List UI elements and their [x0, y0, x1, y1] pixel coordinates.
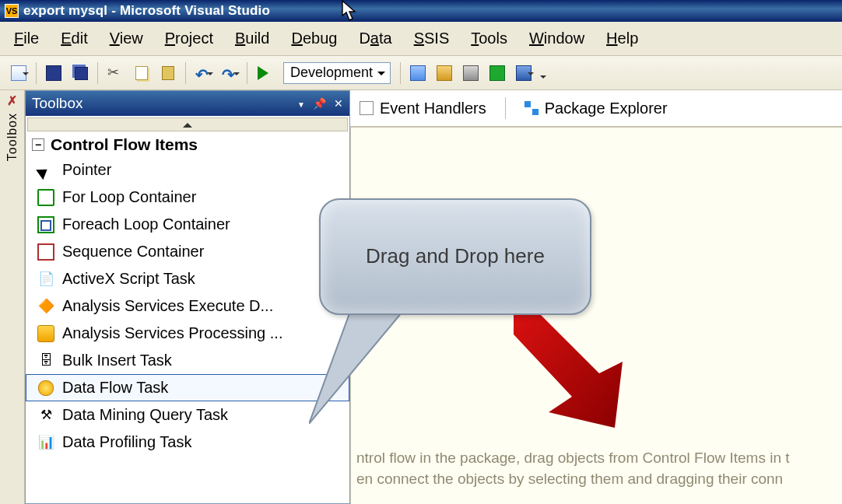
menu-window[interactable]: Window [529, 30, 584, 47]
toolbox-header: Toolbox 📌 ✕ [26, 91, 349, 116]
toolbox-item[interactable]: Data Profiling Task [26, 429, 349, 456]
menu-data[interactable]: Data [359, 30, 391, 47]
callout-text: Drag and Drop here [366, 243, 545, 270]
toolbox-item-label: Analysis Services Processing ... [62, 324, 282, 342]
toolbox-item[interactable]: ActiveX Script Task [26, 265, 349, 292]
tab-label: Event Handlers [380, 100, 486, 117]
copy-button[interactable] [129, 61, 154, 86]
toolbox-item[interactable]: Bulk Insert Task [26, 347, 349, 374]
menu-debug[interactable]: Debug [291, 30, 337, 47]
toolbox-close-button[interactable]: ✕ [334, 97, 343, 110]
menu-view[interactable]: View [110, 30, 143, 47]
save-button[interactable] [41, 61, 66, 86]
menu-project[interactable]: Project [165, 30, 213, 47]
menu-tools[interactable]: Tools [471, 30, 507, 47]
toolbox-item-icon [37, 189, 54, 206]
toolbox-item[interactable]: Foreach Loop Container [26, 211, 349, 238]
toolbox-item-label: ActiveX Script Task [62, 270, 195, 288]
collapse-icon: − [32, 138, 44, 151]
menubar: File Edit View Project Build Debug Data … [0, 22, 842, 56]
toolbox-item-icon [37, 271, 54, 288]
config-value: Development [290, 65, 373, 81]
undo-button[interactable] [191, 61, 216, 86]
start-debug-button[interactable] [252, 61, 277, 86]
menu-help[interactable]: Help [606, 30, 638, 47]
save-all-button[interactable] [68, 61, 93, 86]
toolbox-item-icon [37, 298, 54, 315]
toolbar-sep [97, 62, 98, 84]
event-handlers-icon [360, 101, 374, 115]
toolbox-item[interactable]: For Loop Container [26, 184, 349, 211]
toolbar-icon-3[interactable] [458, 61, 483, 86]
tab-package-explorer[interactable]: Package Explorer [517, 96, 675, 121]
toolbox-item-label: Data Mining Query Task [62, 406, 228, 424]
menu-file[interactable]: File [14, 30, 39, 47]
titlebar: VS export mysql - Microsoft Visual Studi… [0, 0, 842, 22]
menu-build[interactable]: Build [235, 30, 269, 47]
window-title: export mysql - Microsoft Visual Studio [23, 3, 270, 19]
toolbox-item-label: Pointer [62, 161, 111, 179]
toolbox-item[interactable]: Data Mining Query Task [26, 401, 349, 429]
toolbox-tab-label: Toolbox [5, 113, 19, 161]
toolbar-overflow[interactable] [538, 61, 549, 85]
package-explorer-icon [524, 101, 539, 115]
toolbox-pin-button[interactable]: 📌 [313, 97, 326, 110]
toolbox-group-header[interactable]: − Control Flow Items [26, 133, 349, 156]
toolbar-sep [247, 62, 247, 84]
toolbox-item-icon [37, 162, 54, 179]
toolbox-item[interactable]: Data Flow Task [26, 374, 349, 401]
toolbox-item-icon [37, 216, 54, 233]
design-canvas[interactable]: ntrol flow in the package, drag objects … [350, 128, 842, 504]
cut-button[interactable] [103, 61, 128, 86]
tab-sep [505, 97, 506, 119]
toolbar-sep [185, 62, 186, 84]
toolbox-item[interactable]: Pointer [26, 156, 349, 184]
menu-edit[interactable]: Edit [61, 30, 87, 47]
menu-ssis[interactable]: SSIS [414, 30, 450, 47]
toolbox-item-icon [37, 325, 54, 342]
solution-config-dropdown[interactable]: Development [283, 62, 391, 84]
toolbar-icon-2[interactable] [432, 61, 457, 86]
app-icon: VS [5, 4, 19, 18]
toolbox-item-icon [37, 243, 54, 261]
group-title: Control Flow Items [51, 135, 198, 154]
toolbox-item-icon [37, 407, 54, 424]
canvas-hint-text: ntrol flow in the package, drag objects … [356, 447, 842, 490]
toolbar-icon-4[interactable] [485, 61, 510, 86]
toolbox-scroll-up[interactable] [27, 117, 348, 131]
toolbar: Development [0, 56, 842, 90]
toolbox-item[interactable]: Analysis Services Processing ... [26, 320, 349, 347]
tab-event-handlers[interactable]: Event Handlers [352, 96, 494, 121]
tab-label: Package Explorer [545, 100, 668, 117]
toolbox-tab-icon [7, 93, 17, 108]
toolbox-item-label: Data Profiling Task [62, 433, 191, 451]
toolbox-item[interactable]: Sequence Container [26, 238, 349, 265]
paste-button[interactable] [156, 61, 181, 86]
toolbox-item-label: Analysis Services Execute D... [62, 297, 273, 315]
toolbox-item-label: Data Flow Task [62, 379, 168, 397]
toolbox-item[interactable]: Analysis Services Execute D... [26, 292, 349, 320]
toolbox-tab[interactable]: Toolbox [0, 90, 25, 504]
toolbox-item-icon [37, 434, 54, 451]
callout-bubble: Drag and Drop here [319, 198, 591, 315]
toolbox-item-label: Foreach Loop Container [62, 215, 230, 233]
toolbar-sep [36, 62, 37, 84]
toolbar-icon-1[interactable] [405, 61, 430, 86]
toolbox-item-label: Bulk Insert Task [62, 352, 172, 369]
toolbar-sep [400, 62, 401, 84]
toolbar-icon-5[interactable] [511, 61, 536, 86]
toolbox-item-label: Sequence Container [62, 243, 204, 261]
toolbox-item-icon [37, 380, 54, 397]
toolbox-item-icon [37, 352, 54, 369]
toolbox-title: Toolbox [32, 95, 83, 112]
toolbox-item-label: For Loop Container [62, 188, 196, 206]
toolbox-items: PointerFor Loop ContainerForeach Loop Co… [26, 156, 349, 456]
toolbox-panel: Toolbox 📌 ✕ − Control Flow Items Pointer… [25, 90, 350, 504]
toolbox-body: − Control Flow Items PointerFor Loop Con… [26, 116, 349, 503]
new-project-button[interactable] [6, 61, 31, 86]
designer-tabstrip: Event Handlers Package Explorer [350, 90, 842, 128]
redo-button[interactable] [217, 61, 242, 86]
toolbox-options-button[interactable] [297, 97, 305, 110]
